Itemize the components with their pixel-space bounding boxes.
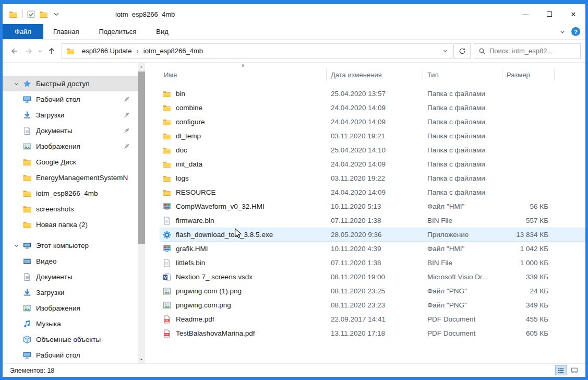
folder-icon bbox=[22, 189, 32, 198]
tab-view[interactable]: Вид bbox=[146, 24, 178, 39]
folder-icon bbox=[22, 220, 32, 229]
file-row-configure[interactable]: configure24.04.2020 14:09Папка с файлами bbox=[160, 115, 585, 129]
content-area: Быстрый доступРабочий столЗагрузкиДокуме… bbox=[3, 63, 585, 363]
help-icon[interactable]: ? bbox=[571, 27, 580, 36]
address-dropdown-chevron-icon[interactable] bbox=[438, 44, 452, 58]
close-button[interactable]: ✕ bbox=[561, 4, 585, 24]
refresh-button[interactable] bbox=[453, 43, 471, 59]
maximize-button[interactable] bbox=[537, 4, 561, 24]
file-name: Readme.pdf bbox=[176, 315, 214, 323]
file-row-logs[interactable]: logs03.11.2020 19:22Папка с файлами bbox=[160, 171, 585, 185]
svg-text:PDF: PDF bbox=[164, 332, 169, 335]
file-size: 1 042 КБ bbox=[502, 245, 555, 253]
recent-locations-chevron-icon[interactable] bbox=[35, 44, 44, 58]
sidebar-item-загрузки[interactable]: Загрузки bbox=[3, 107, 145, 123]
downloads-icon bbox=[22, 288, 32, 297]
sidebar-item-быстрый-доступ[interactable]: Быстрый доступ bbox=[3, 76, 145, 91]
folder-file-icon bbox=[163, 174, 171, 183]
file-row-combine[interactable]: combine24.04.2020 14:09Папка с файлами bbox=[160, 101, 585, 115]
ribbon-collapse-chevron-icon[interactable] bbox=[557, 24, 568, 39]
file-type: Приложение bbox=[423, 231, 502, 239]
breadcrumb-item-current[interactable]: iotm_esp8266_4mb bbox=[139, 44, 207, 58]
folder-file-icon bbox=[163, 90, 171, 98]
file-row-init-data[interactable]: init_data24.04.2020 14:09Папка с файлами bbox=[160, 157, 585, 171]
file-size: 557 КБ bbox=[502, 217, 555, 224]
address-bar[interactable]: esp8266 Update › iotm_esp8266_4mb bbox=[62, 43, 452, 59]
sidebar-item-объемные-объекты[interactable]: Объемные объекты bbox=[3, 331, 145, 347]
sidebar-item-google-диск[interactable]: Google Диск bbox=[3, 154, 145, 170]
pdf-file-icon: PDF bbox=[163, 315, 171, 324]
column-header-size[interactable]: Размер bbox=[502, 69, 555, 80]
folder-file-icon bbox=[163, 146, 171, 155]
file-row-bin[interactable]: bin25.04.2020 13:57Папка с файлами bbox=[160, 87, 585, 101]
breadcrumb-item-parent[interactable]: esp8266 Update bbox=[78, 44, 136, 58]
minimize-button[interactable]: — bbox=[513, 4, 537, 24]
sidebar-item-этот-компьютер[interactable]: Этот компьютер bbox=[3, 238, 145, 253]
column-header-type[interactable]: Тип bbox=[423, 69, 502, 80]
downloads-icon bbox=[22, 111, 32, 120]
file-size: 56 КБ bbox=[502, 203, 555, 210]
file-row-compwaveform-v0-32-hmi[interactable]: CompWaveform_v0_32.HMI10.11.2020 5:13Фай… bbox=[160, 199, 585, 213]
tab-home[interactable]: Главная bbox=[43, 24, 89, 39]
file-row-testbalashovamarina-pdf[interactable]: PDFTestBalashovaMarina.pdf13.11.2020 17:… bbox=[160, 326, 585, 340]
file-row-flash-download-tool-3-8-5-exe[interactable]: flash_download_tool_3.8.5.exe28.05.2020 … bbox=[160, 228, 585, 242]
indent-spacer bbox=[11, 221, 21, 228]
sidebar-item-документы[interactable]: Документы bbox=[3, 123, 145, 138]
sort-ascending-icon: ∧ bbox=[241, 63, 245, 68]
sidebar-item-документы[interactable]: Документы bbox=[3, 269, 145, 284]
file-name-cell: RESOURCE bbox=[160, 188, 327, 197]
scroll-down-arrow-icon[interactable] bbox=[138, 355, 145, 363]
sidebar-item-рабочий-стол[interactable]: Рабочий стол bbox=[3, 91, 145, 107]
sidebar-item-музыка[interactable]: Музыка bbox=[3, 316, 145, 331]
sidebar-item-изображения[interactable]: Изображения bbox=[3, 300, 145, 316]
folder-file-icon bbox=[163, 188, 171, 197]
scrollbar-thumb[interactable] bbox=[138, 72, 145, 244]
file-row-dl-temp[interactable]: dl_temp03.11.2020 19:21Папка с файлами bbox=[160, 129, 585, 143]
expand-chevron-icon[interactable] bbox=[11, 242, 21, 249]
file-name-cell: PDFReadme.pdf bbox=[160, 315, 327, 324]
sidebar-item-iotm-esp8266-4mb[interactable]: iotm_esp8266_4mb bbox=[3, 185, 145, 201]
search-input[interactable] bbox=[489, 47, 576, 55]
sidebar-scrollbar[interactable] bbox=[138, 63, 145, 363]
indent-spacer bbox=[11, 127, 21, 134]
file-row-readme-pdf[interactable]: PDFReadme.pdf22.09.2017 14:41PDF Documen… bbox=[160, 312, 585, 326]
sidebar-tree: Быстрый доступРабочий столЗагрузкиДокуме… bbox=[3, 76, 145, 363]
file-row-nextion-7-screens-vsdx[interactable]: VNextion 7_ screens.vsdx08.11.2020 19:00… bbox=[160, 270, 585, 284]
search-box[interactable] bbox=[474, 43, 581, 59]
file-date: 24.04.2020 14:09 bbox=[327, 160, 423, 168]
scroll-up-arrow-icon[interactable] bbox=[138, 63, 145, 70]
file-type: Папка с файлами bbox=[423, 160, 502, 168]
file-name: init_data bbox=[176, 160, 202, 168]
file-row-resource[interactable]: RESOURCE24.04.2020 14:09Папка с файлами bbox=[160, 185, 585, 199]
column-header-date[interactable]: Дата изменения bbox=[327, 69, 423, 80]
sidebar-item-новая-папка-2[interactable]: Новая папка (2) bbox=[3, 217, 145, 232]
sidebar-item-видео[interactable]: Видео bbox=[3, 253, 145, 269]
folder-file-icon bbox=[163, 160, 171, 169]
up-icon[interactable] bbox=[44, 44, 58, 58]
file-row-pngwing-com-1-png[interactable]: pngwing.com (1).png08.11.2020 23:25Файл … bbox=[160, 284, 585, 298]
tab-file[interactable]: Файл bbox=[3, 24, 43, 39]
details-view-button[interactable] bbox=[555, 365, 567, 375]
qat-customize-chevron[interactable] bbox=[53, 10, 60, 18]
file-row-doc[interactable]: doc25.04.2020 14:10Папка с файлами bbox=[160, 143, 585, 157]
file-row-pngwing-com-png[interactable]: pngwing.com.png08.11.2020 23:23Файл "PNG… bbox=[160, 298, 585, 312]
forward-icon[interactable] bbox=[21, 44, 35, 58]
sidebar-item-изображения[interactable]: Изображения bbox=[3, 138, 145, 154]
tab-share[interactable]: Поделиться bbox=[89, 24, 146, 39]
sidebar-item-screenshots[interactable]: screenshots bbox=[3, 201, 145, 217]
new-folder-icon[interactable] bbox=[39, 10, 48, 19]
expand-chevron-icon[interactable] bbox=[11, 80, 21, 87]
file-name: RESOURCE bbox=[176, 188, 216, 196]
sidebar-item-label: Объемные объекты bbox=[36, 336, 145, 343]
sidebar-item-рабочий-стол[interactable]: Рабочий стол bbox=[3, 347, 145, 363]
sidebar-item-energymanagementsystemn[interactable]: EnergyManagementSystemN bbox=[3, 170, 145, 185]
file-row-littlefs-bin[interactable]: littlefs.bin07.11.2020 1:38BIN File1 000… bbox=[160, 256, 585, 270]
large-icons-view-button[interactable] bbox=[569, 365, 580, 375]
file-row-firmware-bin[interactable]: firmware.bin07.11.2020 1:38BIN File557 К… bbox=[160, 213, 585, 228]
file-name: bin bbox=[176, 90, 185, 98]
file-row-grafik-hmi[interactable]: grafik.HMI10.11.2020 4:39Файл "HMI"1 042… bbox=[160, 242, 585, 256]
properties-icon[interactable] bbox=[27, 10, 35, 19]
column-header-name[interactable]: ∧ Имя bbox=[160, 69, 327, 80]
sidebar-item-загрузки[interactable]: Загрузки bbox=[3, 284, 145, 300]
back-icon[interactable] bbox=[7, 44, 21, 58]
